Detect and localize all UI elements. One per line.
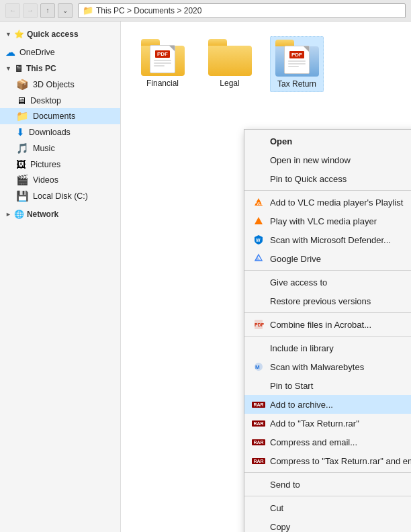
sidebar-item-onedrive[interactable]: ☁ OneDrive <box>0 44 120 60</box>
file-item-tax-return[interactable]: PDF Tax Return <box>270 36 324 92</box>
sidebar-section-quick-access: ▼ ⭐ Quick access <box>0 27 120 42</box>
sidebar-item-pictures[interactable]: 🖼 Pictures <box>0 157 120 172</box>
svg-text:PDF: PDF <box>255 322 264 327</box>
sidebar-item-desktop[interactable]: 🖥 Desktop <box>0 93 120 108</box>
ctx-open-new-window-label: Open in new window <box>270 155 411 165</box>
add-archive-icon: RAR <box>253 398 265 410</box>
compress-email-icon: RAR <box>253 436 265 448</box>
ctx-copy[interactable]: Copy <box>244 517 411 532</box>
desktop-label: Desktop <box>30 96 61 105</box>
ctx-open-label: Open <box>270 136 411 146</box>
ctx-include-library-label: Include in library <box>270 343 411 353</box>
include-library-icon <box>253 342 265 354</box>
network-label: Network <box>27 210 58 219</box>
videos-label: Videos <box>33 175 58 185</box>
ctx-add-archive-label: Add to archive... <box>270 400 411 410</box>
downloads-icon: ⬇ <box>16 126 25 138</box>
financial-label: Financial <box>146 79 179 88</box>
svg-text:M: M <box>255 364 260 370</box>
title-bar: ← → ↑ ⌄ 📁 This PC > Documents > 2020 <box>0 0 411 21</box>
send-to-icon <box>253 478 265 490</box>
ctx-play-vlc-label: Play with VLC media player <box>270 216 411 226</box>
ctx-cut[interactable]: Cut <box>244 498 411 517</box>
address-bar[interactable]: 📁 This PC > Documents > 2020 <box>78 3 406 18</box>
ctx-google-drive[interactable]: Google Drive › <box>244 249 411 268</box>
ctx-pin-start-label: Pin to Start <box>270 381 411 391</box>
sidebar-item-network[interactable]: ► 🌐 Network <box>0 207 120 222</box>
ctx-combine-acrobat[interactable]: PDF Combine files in Acrobat... <box>244 315 411 334</box>
up-button[interactable]: ↑ <box>40 3 55 18</box>
music-label: Music <box>33 144 55 153</box>
ctx-compress-email[interactable]: RAR Compress and email... <box>244 433 411 451</box>
file-item-legal[interactable]: Legal <box>203 36 257 92</box>
ctx-include-library[interactable]: Include in library › <box>244 339 411 357</box>
legal-folder-icon <box>208 39 252 76</box>
ctx-give-access[interactable]: Give access to › <box>244 273 411 292</box>
chevron-icon: ▼ <box>5 31 11 38</box>
sidebar-item-local-disk[interactable]: 💾 Local Disk (C:) <box>0 188 120 204</box>
local-disk-icon: 💾 <box>16 190 29 202</box>
ctx-give-access-label: Give access to <box>270 277 411 287</box>
local-disk-label: Local Disk (C:) <box>33 191 88 201</box>
sidebar: ▼ ⭐ Quick access ☁ OneDrive ▼ 🖥 This PC … <box>0 21 121 532</box>
copy-icon <box>253 521 265 532</box>
ctx-open[interactable]: Open <box>244 132 411 150</box>
sidebar-item-documents[interactable]: 📁 Documents <box>0 108 120 124</box>
ctx-sep-4 <box>244 472 411 473</box>
sidebar-item-videos[interactable]: 🎬 Videos <box>0 172 120 188</box>
file-item-financial[interactable]: PDF Financial <box>136 36 189 92</box>
sidebar-item-3d-objects[interactable]: 📦 3D Objects <box>0 77 120 93</box>
ctx-sep-0 <box>244 190 411 191</box>
ctx-restore-versions[interactable]: Restore previous versions <box>244 292 411 310</box>
compress-tax-email-icon: RAR <box>253 455 265 467</box>
forward-button[interactable]: → <box>23 3 38 18</box>
videos-icon: 🎬 <box>16 174 29 186</box>
ctx-sep-2 <box>244 312 411 313</box>
svg-text:VLC: VLC <box>257 202 263 206</box>
svg-marker-2 <box>255 217 263 224</box>
documents-label: Documents <box>33 112 75 121</box>
open-icon <box>253 135 265 147</box>
ctx-scan-defender[interactable]: W Scan with Microsoft Defender... <box>244 230 411 249</box>
add-tax-rar-icon: RAR <box>253 417 265 429</box>
3d-icon: 📦 <box>16 79 29 91</box>
vlc-icon: VLC <box>253 196 265 208</box>
ctx-sep-5 <box>244 496 411 496</box>
tax-return-folder-icon: PDF <box>275 40 319 77</box>
ctx-sep-1 <box>244 270 411 271</box>
pictures-label: Pictures <box>30 160 60 169</box>
quick-access-label: Quick access <box>27 30 79 39</box>
financial-folder-icon: PDF <box>141 39 185 76</box>
ctx-defender-label: Scan with Microsoft Defender... <box>270 235 411 245</box>
sidebar-item-this-pc[interactable]: ▼ 🖥 This PC <box>0 60 120 77</box>
ctx-play-vlc[interactable]: Play with VLC media player <box>244 212 411 230</box>
ctx-drive-label: Google Drive <box>270 254 411 264</box>
ctx-send-to-label: Send to <box>270 480 411 490</box>
recent-button[interactable]: ⌄ <box>58 3 73 18</box>
ctx-pin-start[interactable]: Pin to Start <box>244 376 411 395</box>
ctx-open-new-window[interactable]: Open in new window <box>244 150 411 169</box>
ctx-send-to[interactable]: Send to › <box>244 475 411 494</box>
file-grid: PDF Financial <box>129 30 403 99</box>
ctx-compress-tax-email[interactable]: RAR Compress to "Tax Return.rar" and ema… <box>244 451 411 470</box>
ctx-cut-label: Cut <box>270 503 411 513</box>
ctx-pin-quick-access[interactable]: Pin to Quick access <box>244 169 411 188</box>
acrobat-icon: PDF <box>253 318 265 330</box>
legal-label: Legal <box>220 79 239 88</box>
malwarebytes-icon: M <box>253 361 265 373</box>
sidebar-item-downloads[interactable]: ⬇ Downloads <box>0 124 120 140</box>
defender-icon: W <box>253 234 265 246</box>
ctx-malwarebytes[interactable]: M Scan with Malwarebytes <box>244 357 411 376</box>
ctx-add-archive[interactable]: RAR Add to archive... <box>244 395 411 414</box>
ctx-compress-email-label: Compress and email... <box>270 437 411 447</box>
sidebar-item-music[interactable]: 🎵 Music <box>0 140 120 157</box>
pictures-icon: 🖼 <box>16 159 26 170</box>
ctx-add-tax-rar[interactable]: RAR Add to "Tax Return.rar" <box>244 414 411 433</box>
vlc-play-icon <box>253 215 265 227</box>
give-access-icon <box>253 276 265 288</box>
sidebar-item-quick-access[interactable]: ▼ ⭐ Quick access <box>0 27 120 42</box>
content-area: PDF Financial <box>121 21 411 532</box>
ctx-acrobat-label: Combine files in Acrobat... <box>270 320 411 330</box>
ctx-add-vlc-playlist[interactable]: VLC Add to VLC media player's Playlist <box>244 193 411 212</box>
back-button[interactable]: ← <box>5 3 20 18</box>
